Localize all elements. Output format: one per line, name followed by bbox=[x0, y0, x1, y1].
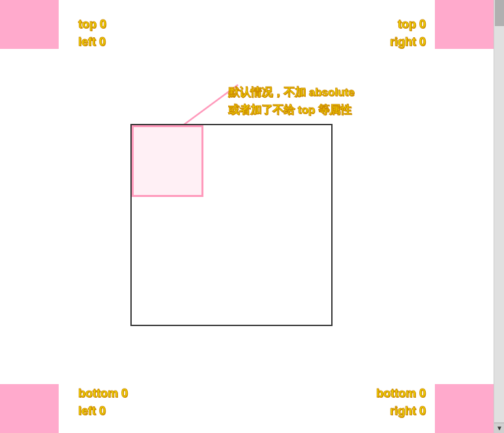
corner-box-top-left bbox=[0, 0, 59, 49]
scrollbar[interactable]: ▼ bbox=[494, 0, 504, 433]
label-bottom-right-line2: right 0 bbox=[390, 404, 426, 417]
corner-box-top-right bbox=[435, 0, 494, 49]
label-top-left-line1: top 0 bbox=[78, 18, 106, 31]
main-outer-box bbox=[130, 124, 333, 326]
inner-pink-box bbox=[132, 125, 203, 197]
label-bottom-left: bottom 0 left 0 bbox=[78, 385, 128, 420]
label-top-right-line1: top 0 bbox=[398, 18, 426, 31]
corner-box-bottom-right bbox=[435, 384, 494, 433]
annotation-text: 默认情况，不加 absolute 或者加了不给 top 等属性 bbox=[228, 83, 355, 119]
label-bottom-right-line1: bottom 0 bbox=[376, 387, 426, 400]
scrollbar-thumb[interactable] bbox=[495, 0, 504, 26]
label-bottom-left-line1: bottom 0 bbox=[78, 387, 128, 400]
label-bottom-left-line2: left 0 bbox=[78, 404, 106, 417]
annotation-line2: 或者加了不给 top 等属性 bbox=[228, 104, 351, 116]
label-top-left: top 0 left 0 bbox=[78, 16, 106, 51]
scrollbar-arrow-down[interactable]: ▼ bbox=[494, 423, 504, 433]
label-top-left-line2: left 0 bbox=[78, 35, 106, 48]
label-bottom-right: bottom 0 right 0 bbox=[376, 385, 426, 420]
annotation-line1: 默认情况，不加 absolute bbox=[228, 86, 355, 98]
label-top-right-line2: right 0 bbox=[390, 35, 426, 48]
corner-box-bottom-left bbox=[0, 384, 59, 433]
label-top-right: top 0 right 0 bbox=[390, 16, 426, 51]
